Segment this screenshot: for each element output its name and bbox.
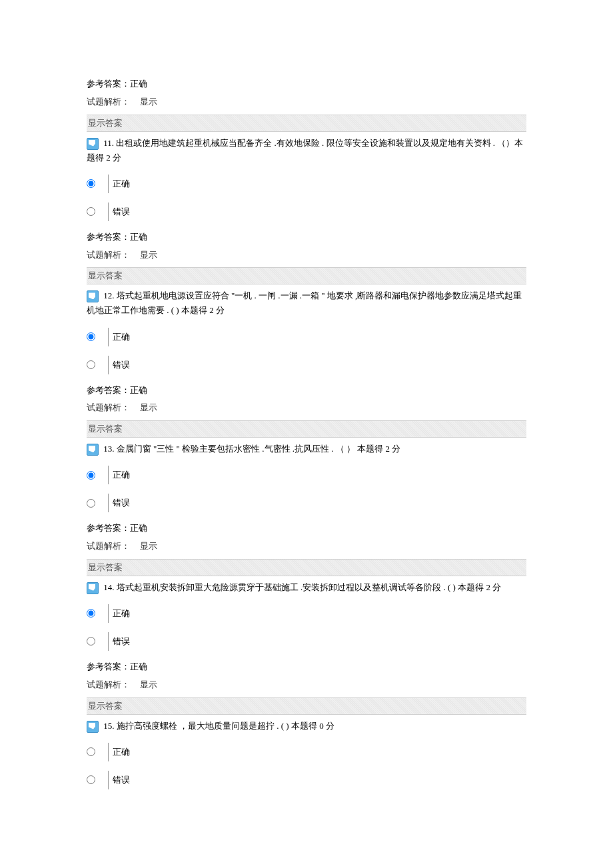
option-false-label: 错误: [113, 494, 130, 512]
option-true-row: 正确: [87, 604, 526, 623]
analysis-label: 试题解析：: [87, 402, 130, 412]
option-false-row: 错误: [87, 356, 526, 374]
ref-answer-value: 正确: [130, 232, 147, 242]
divider: [108, 328, 109, 346]
show-answer-bar[interactable]: 显示答案: [87, 559, 526, 576]
option-true-row: 正确: [87, 466, 526, 484]
option-false-radio[interactable]: [87, 207, 95, 216]
analysis-label: 试题解析：: [87, 97, 130, 107]
question-text-row: 12. 塔式起重机地电源设置应符合 "一机 . 一闸 .一漏 .一箱 " 地要求…: [87, 288, 526, 318]
question-text-b: .有效地保险 . 限位等安全设施和装置以及规定地有关资料: [272, 138, 490, 148]
divider: [108, 356, 109, 374]
analysis-show-link[interactable]: 显示: [140, 679, 157, 689]
option-true-label: 正确: [113, 175, 130, 193]
ref-answer-value: 正确: [130, 79, 147, 89]
option-true-label: 正确: [113, 328, 130, 346]
analysis-row: 试题解析： 显示: [87, 401, 526, 415]
divider: [108, 632, 109, 651]
option-false-label: 错误: [113, 203, 130, 221]
show-answer-bar[interactable]: 显示答案: [87, 697, 526, 715]
show-answer-bar[interactable]: 显示答案: [87, 420, 526, 438]
question-text-row: 15. 施拧高强度螺栓 ，最大地质量问题是超拧 . ( ) 本题得 0 分: [87, 719, 526, 733]
show-answer-bar[interactable]: 显示答案: [87, 115, 526, 132]
question-text-row: 11. 出租或使用地建筑起重机械应当配备齐全 .有效地保险 . 限位等安全设施和…: [87, 136, 526, 165]
divider: [108, 604, 109, 623]
option-true-radio[interactable]: [87, 609, 95, 618]
question-icon: [87, 138, 99, 150]
option-true-label: 正确: [113, 743, 130, 761]
option-false-radio[interactable]: [87, 637, 95, 646]
option-false-row: 错误: [87, 203, 526, 221]
question-icon: [87, 582, 99, 594]
ref-answer-label: 参考答案：: [87, 523, 130, 533]
question-text: 塔式起重机安装拆卸重大危险源贯穿于基础施工 .安装拆卸过程以及整机调试等各阶段 …: [115, 582, 502, 592]
option-false-radio[interactable]: [87, 499, 95, 508]
option-true-row: 正确: [87, 743, 526, 761]
option-false-radio[interactable]: [87, 775, 95, 784]
analysis-row: 试题解析： 显示: [87, 540, 526, 554]
question-block: 15. 施拧高强度螺栓 ，最大地质量问题是超拧 . ( ) 本题得 0 分 正确…: [87, 719, 526, 789]
divider: [108, 771, 109, 789]
option-false-radio[interactable]: [87, 360, 95, 369]
option-true-row: 正确: [87, 328, 526, 346]
question-block: 14. 塔式起重机安装拆卸重大危险源贯穿于基础施工 .安装拆卸过程以及整机调试等…: [87, 580, 526, 715]
option-true-radio[interactable]: [87, 471, 95, 480]
option-false-label: 错误: [113, 771, 130, 789]
ref-answer-value: 正确: [130, 385, 147, 395]
analysis-show-link[interactable]: 显示: [140, 402, 157, 412]
ref-answer-value: 正确: [130, 523, 147, 533]
option-true-radio[interactable]: [87, 747, 95, 756]
question-text-row: 14. 塔式起重机安装拆卸重大危险源贯穿于基础施工 .安装拆卸过程以及整机调试等…: [87, 580, 526, 595]
question-text-row: 13. 金属门窗 "三性 " 检验主要包括水密性 .气密性 .抗风压性 . （ …: [87, 442, 526, 456]
analysis-row: 试题解析： 显示: [87, 678, 526, 692]
question-number: 14.: [103, 582, 114, 592]
option-true-radio[interactable]: [87, 332, 95, 341]
ref-answer-label: 参考答案：: [87, 661, 130, 671]
option-false-row: 错误: [87, 771, 526, 789]
question-icon: [87, 444, 99, 456]
ref-answer: 参考答案：正确: [87, 522, 526, 536]
ref-answer: 参考答案：正确: [87, 77, 526, 91]
question-number: 15.: [103, 721, 114, 731]
option-false-label: 错误: [113, 356, 130, 374]
ref-answer-label: 参考答案：: [87, 385, 130, 395]
ref-answer: 参考答案：正确: [87, 660, 526, 674]
question-block: 13. 金属门窗 "三性 " 检验主要包括水密性 .气密性 .抗风压性 . （ …: [87, 442, 526, 576]
analysis-row: 试题解析： 显示: [87, 95, 526, 109]
question-icon: [87, 290, 99, 302]
analysis-show-link[interactable]: 显示: [140, 97, 157, 107]
question-block: 11. 出租或使用地建筑起重机械应当配备齐全 .有效地保险 . 限位等安全设施和…: [87, 136, 526, 285]
divider: [108, 494, 109, 512]
ref-answer-label: 参考答案：: [87, 79, 130, 89]
question-text: 金属门窗 "三性 " 检验主要包括水密性 .气密性 .抗风压性 . （ ） 本题…: [115, 444, 401, 454]
question-text: 塔式起重机地电源设置应符合 "一机 . 一闸 .一漏 .一箱 " 地要求 ,断路…: [87, 290, 522, 315]
divider: [108, 466, 109, 484]
option-true-radio[interactable]: [87, 179, 95, 188]
question-text: 施拧高强度螺栓 ，最大地质量问题是超拧 . ( ) 本题得 0 分: [115, 721, 334, 731]
show-answer-bar[interactable]: 显示答案: [87, 267, 526, 284]
analysis-show-link[interactable]: 显示: [140, 250, 157, 260]
option-false-row: 错误: [87, 632, 526, 651]
option-true-row: 正确: [87, 175, 526, 193]
option-false-row: 错误: [87, 494, 526, 512]
analysis-label: 试题解析：: [87, 250, 130, 260]
ref-answer: 参考答案：正确: [87, 384, 526, 398]
analysis-row: 试题解析： 显示: [87, 248, 526, 262]
divider: [108, 175, 109, 193]
option-true-label: 正确: [113, 466, 130, 484]
question-number: 12.: [103, 290, 114, 300]
question-number: 11.: [103, 138, 114, 148]
divider: [108, 203, 109, 221]
question-number: 13.: [103, 444, 114, 454]
question-block: 12. 塔式起重机地电源设置应符合 "一机 . 一闸 .一漏 .一箱 " 地要求…: [87, 288, 526, 438]
divider: [108, 743, 109, 761]
ref-answer-label: 参考答案：: [87, 232, 130, 242]
option-true-label: 正确: [113, 604, 130, 623]
option-false-label: 错误: [113, 632, 130, 651]
question-icon: [87, 721, 99, 733]
analysis-label: 试题解析：: [87, 541, 130, 551]
analysis-show-link[interactable]: 显示: [140, 541, 157, 551]
ref-answer: 参考答案：正确: [87, 230, 526, 244]
question-text: 出租或使用地建筑起重机械应当配备齐全: [114, 138, 272, 148]
analysis-label: 试题解析：: [87, 679, 130, 689]
